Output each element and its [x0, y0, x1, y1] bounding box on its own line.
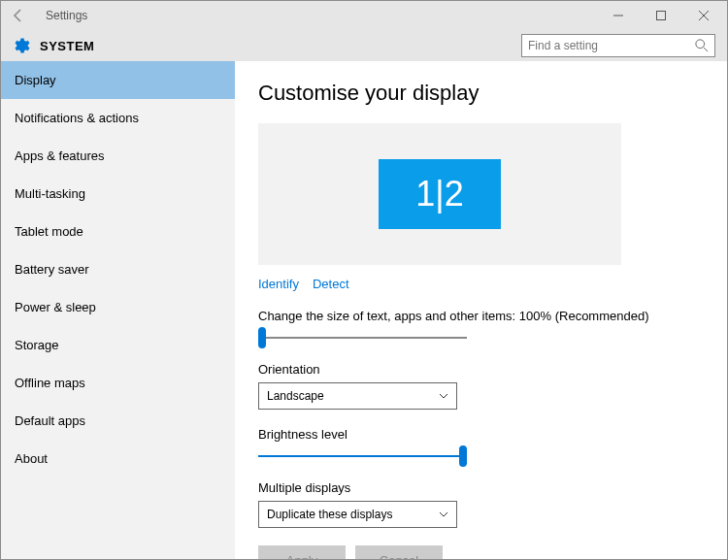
sidebar-item-storage[interactable]: Storage	[1, 326, 235, 364]
orientation-value: Landscape	[267, 389, 324, 403]
sidebar-item-label: Tablet mode	[15, 224, 83, 239]
brightness-slider[interactable]	[258, 447, 467, 465]
close-icon	[699, 11, 709, 20]
sidebar-item-default-apps[interactable]: Default apps	[1, 402, 235, 440]
titlebar: Settings	[1, 1, 727, 30]
monitor-thumbnail[interactable]: 1|2	[379, 159, 501, 229]
sidebar-item-label: Offline maps	[15, 376, 85, 390]
svg-rect-1	[657, 12, 666, 20]
orientation-select[interactable]: Landscape	[258, 382, 457, 410]
cancel-button[interactable]: Cancel	[355, 545, 443, 559]
sidebar-item-power-sleep[interactable]: Power & sleep	[1, 288, 235, 326]
search-box[interactable]	[521, 34, 715, 57]
window-controls	[597, 2, 725, 29]
svg-line-5	[704, 48, 708, 51]
sidebar-item-offline-maps[interactable]: Offline maps	[1, 364, 235, 402]
slider-thumb[interactable]	[459, 445, 467, 467]
multiple-displays-label: Multiple displays	[258, 480, 727, 495]
sidebar-item-label: About	[15, 451, 48, 466]
chevron-down-icon	[439, 391, 448, 401]
search-icon	[695, 39, 709, 52]
scale-slider[interactable]	[258, 329, 467, 346]
sidebar-item-apps-features[interactable]: Apps & features	[1, 137, 235, 175]
monitor-label: 1|2	[415, 174, 463, 214]
svg-point-4	[696, 40, 705, 49]
sidebar-item-display[interactable]: Display	[1, 61, 235, 99]
back-button[interactable]	[7, 4, 30, 27]
sidebar-item-label: Battery saver	[15, 262, 89, 277]
sidebar-item-label: Power & sleep	[15, 300, 96, 314]
sidebar-item-label: Default apps	[15, 413, 85, 428]
sidebar-item-label: Notifications & actions	[15, 111, 139, 125]
detect-link[interactable]: Detect	[313, 277, 349, 291]
content-pane: Customise your display 1|2 Identify Dete…	[235, 61, 727, 559]
maximize-button[interactable]	[640, 2, 682, 29]
sidebar-item-tablet-mode[interactable]: Tablet mode	[1, 213, 235, 250]
orientation-label: Orientation	[258, 362, 727, 377]
maximize-icon	[656, 11, 666, 20]
sidebar-item-label: Apps & features	[15, 148, 105, 163]
multiple-displays-value: Duplicate these displays	[267, 508, 392, 521]
sidebar-item-label: Display	[15, 73, 56, 87]
sidebar-item-label: Multi-tasking	[15, 186, 85, 201]
header-bar: SYSTEM	[1, 30, 727, 61]
multiple-displays-select[interactable]: Duplicate these displays	[258, 501, 457, 528]
back-arrow-icon	[11, 8, 26, 23]
header-title: SYSTEM	[40, 39, 94, 53]
sidebar-item-about[interactable]: About	[1, 440, 235, 478]
display-preview[interactable]: 1|2	[258, 123, 621, 265]
slider-thumb[interactable]	[258, 327, 266, 348]
gear-icon	[11, 36, 30, 55]
sidebar-item-label: Storage	[15, 338, 59, 352]
apply-button[interactable]: Apply	[258, 545, 346, 559]
identify-link[interactable]: Identify	[258, 277, 299, 291]
chevron-down-icon	[439, 510, 448, 519]
page-title: Customise your display	[258, 81, 727, 106]
brightness-label: Brightness level	[258, 427, 727, 442]
minimize-button[interactable]	[597, 2, 640, 29]
search-input[interactable]	[528, 39, 695, 52]
minimize-icon	[613, 11, 623, 20]
sidebar: Display Notifications & actions Apps & f…	[1, 61, 235, 559]
scale-label: Change the size of text, apps and other …	[258, 309, 727, 323]
window-title: Settings	[46, 9, 87, 22]
sidebar-item-battery-saver[interactable]: Battery saver	[1, 250, 235, 288]
sidebar-item-notifications[interactable]: Notifications & actions	[1, 99, 235, 137]
close-button[interactable]	[682, 2, 725, 29]
sidebar-item-multitasking[interactable]: Multi-tasking	[1, 175, 235, 213]
